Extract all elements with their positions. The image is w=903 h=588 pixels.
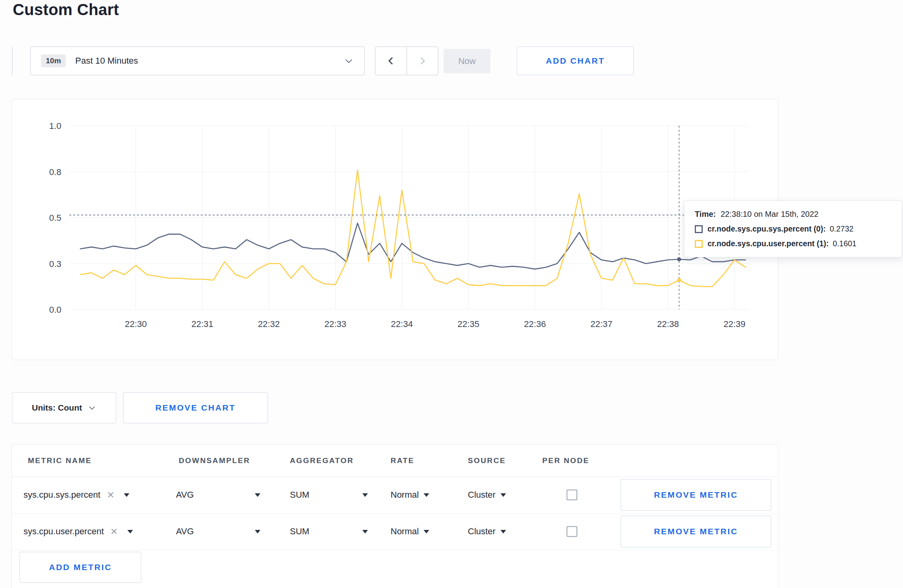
clear-metric-icon[interactable] <box>107 491 114 500</box>
chevron-down-icon <box>344 56 354 66</box>
col-header-source: SOURCE <box>468 456 506 465</box>
aggregator-select[interactable]: SUM <box>290 477 368 513</box>
y-tick-label: 1.0 <box>49 121 61 131</box>
time-next-button[interactable] <box>407 47 438 75</box>
remove-metric-button[interactable]: REMOVE METRIC <box>621 516 771 547</box>
col-header-rate: RATE <box>391 456 414 465</box>
metric-name-select[interactable]: sys.cpu.user.percent <box>23 513 133 550</box>
time-nav-group <box>375 47 438 75</box>
y-tick-label: 0.5 <box>49 213 61 223</box>
clear-metric-icon[interactable] <box>110 527 118 536</box>
x-tick-label: 22:33 <box>324 319 346 329</box>
chart-hover-tooltip: Time:22:38:10 on Mar 15th, 2022 cr.node.… <box>684 201 902 257</box>
chevron-down-icon[interactable] <box>127 530 133 533</box>
chevron-down-icon <box>500 530 506 533</box>
tooltip-series-value: 0.1601 <box>833 239 857 248</box>
time-window-label: Past 10 Minutes <box>75 56 138 66</box>
source-select[interactable]: Cluster <box>468 477 506 513</box>
tooltip-time-row: Time:22:38:10 on Mar 15th, 2022 <box>695 210 891 219</box>
metric-row: sys.cpu.sys.percent AVG SUM Normal Clust… <box>12 477 778 514</box>
col-header-downsampler: DOWNSAMPLER <box>179 456 250 465</box>
toolbar-left-rule <box>12 47 13 75</box>
chevron-left-icon <box>385 55 397 66</box>
tooltip-series-value: 0.2732 <box>830 224 854 234</box>
tooltip-series-row-user: cr.node.sys.cpu.user.percent (1): 0.1601 <box>695 239 891 248</box>
per-node-checkbox[interactable] <box>567 490 577 500</box>
chart-card: 0.00.30.50.81.022:3022:3122:3222:3322:34… <box>12 99 778 360</box>
rate-select[interactable]: Normal <box>391 477 429 513</box>
tooltip-series-name: cr.node.sys.cpu.user.percent (1): <box>708 239 829 248</box>
x-tick-label: 22:37 <box>590 319 612 329</box>
chevron-down-icon[interactable] <box>124 493 129 497</box>
x-tick-label: 22:34 <box>391 319 413 329</box>
chevron-right-icon <box>417 55 428 66</box>
chevron-down-icon <box>424 530 429 533</box>
now-button[interactable]: Now <box>444 49 491 73</box>
tooltip-series-row-sys: cr.node.sys.cpu.sys.percent (0): 0.2732 <box>695 224 891 234</box>
time-window-badge: 10m <box>41 55 66 67</box>
source-value: Cluster <box>468 490 496 500</box>
chevron-down-icon <box>500 493 506 497</box>
chevron-down-icon <box>362 493 368 497</box>
chevron-down-icon <box>424 493 429 497</box>
add-metric-button[interactable]: ADD METRIC <box>20 552 141 583</box>
chart-plot-area[interactable]: 0.00.30.50.81.022:3022:3122:3222:3322:34… <box>12 99 778 360</box>
aggregator-value: SUM <box>290 526 309 537</box>
rate-select[interactable]: Normal <box>391 513 429 550</box>
metric-name-value: sys.cpu.sys.percent <box>23 490 100 500</box>
downsampler-value: AVG <box>176 526 194 537</box>
col-header-aggregator: AGGREGATOR <box>290 456 354 465</box>
units-label: Units: Count <box>32 403 82 413</box>
metric-row: sys.cpu.user.percent AVG SUM Normal Clus… <box>12 513 778 550</box>
metrics-table-header: METRIC NAME DOWNSAMPLER AGGREGATOR RATE … <box>12 445 778 477</box>
source-select[interactable]: Cluster <box>468 513 506 550</box>
col-header-metric-name: METRIC NAME <box>28 456 92 465</box>
series-user-swatch-icon <box>695 240 703 248</box>
chevron-down-icon <box>255 530 260 533</box>
chevron-down-icon <box>255 493 260 497</box>
series-line <box>80 170 746 286</box>
aggregator-select[interactable]: SUM <box>290 513 368 550</box>
x-tick-label: 22:32 <box>258 319 280 329</box>
aggregator-value: SUM <box>290 490 309 500</box>
per-node-checkbox[interactable] <box>567 526 577 537</box>
hover-marker <box>677 278 681 282</box>
y-tick-label: 0.3 <box>49 259 61 269</box>
x-tick-label: 22:35 <box>457 319 479 329</box>
hover-marker <box>677 257 681 261</box>
tooltip-time-label: Time: <box>695 210 716 218</box>
x-tick-label: 22:36 <box>524 319 546 329</box>
metric-name-value: sys.cpu.user.percent <box>23 526 104 537</box>
downsampler-select[interactable]: AVG <box>176 513 260 550</box>
metrics-table: METRIC NAME DOWNSAMPLER AGGREGATOR RATE … <box>12 444 778 588</box>
rate-value: Normal <box>391 490 419 500</box>
y-tick-label: 0.0 <box>49 305 61 315</box>
remove-chart-button[interactable]: REMOVE CHART <box>123 392 268 423</box>
downsampler-select[interactable]: AVG <box>176 477 260 513</box>
remove-metric-button[interactable]: REMOVE METRIC <box>621 479 771 511</box>
tooltip-series-name: cr.node.sys.cpu.sys.percent (0): <box>708 224 826 234</box>
page-title: Custom Chart <box>13 1 119 19</box>
units-select[interactable]: Units: Count <box>12 392 116 423</box>
source-value: Cluster <box>468 526 496 537</box>
x-tick-label: 22:30 <box>125 319 147 329</box>
x-tick-label: 22:31 <box>192 319 213 329</box>
tooltip-time-value: 22:38:10 on Mar 15th, 2022 <box>721 210 819 218</box>
rate-value: Normal <box>391 526 419 537</box>
col-header-per-node: PER NODE <box>542 456 589 465</box>
time-range-select[interactable]: 10m Past 10 Minutes <box>30 47 365 75</box>
time-prev-button[interactable] <box>375 47 407 75</box>
add-chart-button[interactable]: ADD CHART <box>517 47 634 75</box>
chevron-down-icon <box>362 530 368 533</box>
series-sys-swatch-icon <box>695 225 703 233</box>
custom-chart-page: Custom Chart 10m Past 10 Minutes Now ADD… <box>0 0 903 588</box>
downsampler-value: AVG <box>176 490 194 500</box>
x-tick-label: 22:39 <box>723 319 745 329</box>
chevron-down-icon <box>88 403 96 412</box>
metric-name-select[interactable]: sys.cpu.sys.percent <box>23 477 129 513</box>
x-tick-label: 22:38 <box>657 319 679 329</box>
y-tick-label: 0.8 <box>49 167 61 177</box>
